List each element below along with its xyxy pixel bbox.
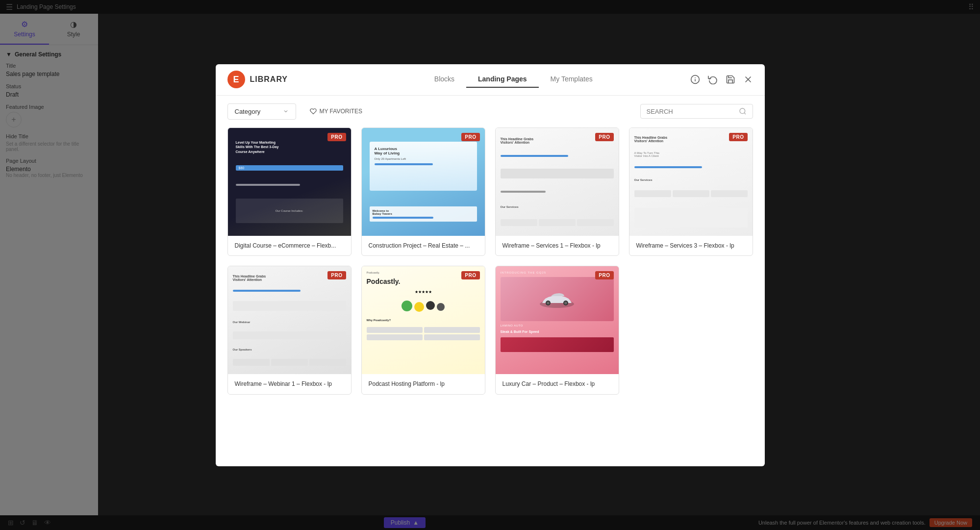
template-title: Podcast Hosting Platform - lp <box>362 374 485 394</box>
pro-badge: PRO <box>729 133 747 141</box>
pro-badge: PRO <box>595 133 613 141</box>
svg-line-6 <box>744 113 746 114</box>
search-icon <box>739 107 747 115</box>
modal-header: E LIBRARY Blocks Landing Pages My Templa… <box>216 64 765 96</box>
pro-badge: PRO <box>595 271 613 279</box>
refresh-button[interactable] <box>708 75 718 84</box>
library-logo: E <box>227 71 245 88</box>
template-thumb: PRO This Headline GrabsVisitors' Attenti… <box>629 128 753 236</box>
template-card-webinar[interactable]: PRO This Headline GrabsVisitors' Attenti… <box>227 266 352 395</box>
template-card-luxury-car[interactable]: PRO INTRODUCING THE GQ25 <box>495 266 619 395</box>
svg-point-11 <box>564 302 567 304</box>
modal-toolbar: Category MY FAVORITES <box>216 96 765 127</box>
template-title: Wireframe – Services 3 – Flexbox - lp <box>629 236 753 256</box>
template-card-wireframe-services-1[interactable]: PRO This Headline GrabsVisitors' Attenti… <box>495 127 619 256</box>
info-button[interactable] <box>690 75 700 84</box>
template-title: Construction Project – Real Estate – ... <box>362 236 485 256</box>
pro-badge: PRO <box>461 133 479 141</box>
template-title: Wireframe – Services 1 – Flexbox - lp <box>496 236 619 256</box>
svg-point-5 <box>740 108 745 114</box>
template-thumb: PRO Podcastly. Podcastly. ★★★★★ <box>362 266 485 374</box>
favorites-button[interactable]: MY FAVORITES <box>304 105 369 118</box>
svg-point-9 <box>547 302 550 304</box>
modal-content[interactable]: PRO Level Up Your MarketingSkills With T… <box>216 127 765 466</box>
templates-grid-row2: PRO This Headline GrabsVisitors' Attenti… <box>227 266 753 395</box>
close-button[interactable] <box>743 75 753 84</box>
template-thumb: PRO A LuxuriousWay of Living Only 20 Apa… <box>362 128 485 236</box>
tab-blocks[interactable]: Blocks <box>423 71 466 88</box>
library-title: LIBRARY <box>250 75 288 84</box>
library-modal: E LIBRARY Blocks Landing Pages My Templa… <box>216 64 765 466</box>
template-thumb: PRO Level Up Your MarketingSkills With T… <box>228 128 351 236</box>
template-card-wireframe-services-3[interactable]: PRO This Headline GrabsVisitors' Attenti… <box>629 127 753 256</box>
template-title: Wireframe – Webinar 1 – Flexbox - lp <box>228 374 351 394</box>
template-card-podcast[interactable]: PRO Podcastly. Podcastly. ★★★★★ <box>361 266 485 395</box>
heart-icon <box>310 108 317 115</box>
template-thumb: PRO This Headline GrabsVisitors' Attenti… <box>496 128 619 236</box>
search-box <box>640 104 753 119</box>
chevron-down-icon <box>283 108 289 114</box>
modal-header-icons <box>690 75 753 84</box>
template-card-construction[interactable]: PRO A LuxuriousWay of Living Only 20 Apa… <box>361 127 485 256</box>
pro-badge: PRO <box>461 271 479 279</box>
templates-grid-row1: PRO Level Up Your MarketingSkills With T… <box>227 127 753 256</box>
search-input[interactable] <box>647 108 735 115</box>
modal-tabs: Blocks Landing Pages My Templates <box>337 71 690 88</box>
template-title: Luxury Car – Product – Flexbox - lp <box>496 374 619 394</box>
modal-overlay: E LIBRARY Blocks Landing Pages My Templa… <box>0 0 980 530</box>
category-dropdown[interactable]: Category <box>227 103 296 120</box>
save-button[interactable] <box>726 75 735 84</box>
tab-landing-pages[interactable]: Landing Pages <box>466 71 539 88</box>
pro-badge: PRO <box>327 133 346 141</box>
template-thumb: PRO This Headline GrabsVisitors' Attenti… <box>228 266 351 374</box>
template-thumb: PRO INTRODUCING THE GQ25 <box>496 266 619 374</box>
template-title: Digital Course – eCommerce – Flexb... <box>228 236 351 256</box>
tab-my-templates[interactable]: My Templates <box>539 71 604 88</box>
pro-badge: PRO <box>327 271 346 279</box>
template-card-digital-course[interactable]: PRO Level Up Your MarketingSkills With T… <box>227 127 352 256</box>
